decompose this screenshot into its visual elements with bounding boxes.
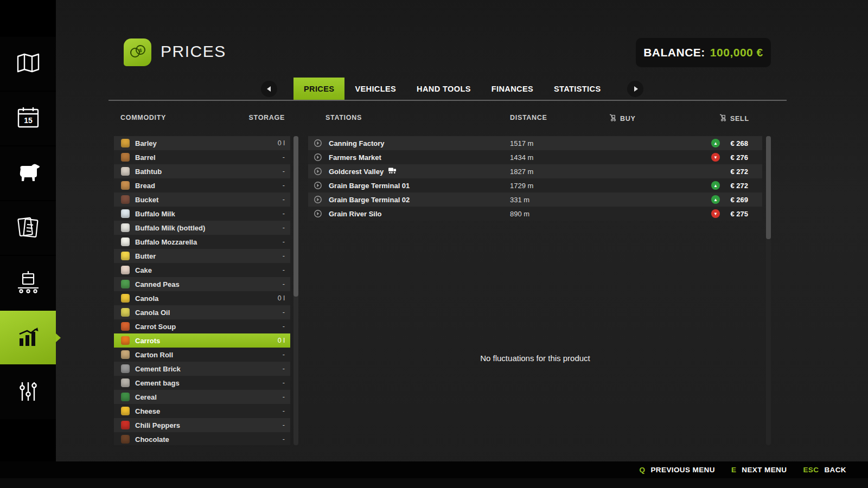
station-sell-price: € 268 xyxy=(724,139,748,147)
station-distance: 1729 m xyxy=(510,182,635,190)
commodity-row[interactable]: Cement Brick - xyxy=(114,362,290,376)
butter-icon xyxy=(121,252,130,260)
tab-hand-tools[interactable]: HAND TOOLS xyxy=(406,78,481,100)
tabs-next-button[interactable] xyxy=(627,81,643,97)
commodity-storage: 0 l xyxy=(278,139,285,147)
commodity-name: Butter xyxy=(135,252,156,260)
commodity-row[interactable]: Bread - xyxy=(114,178,290,192)
tab-bar: PRICES VEHICLES HAND TOOLS FINANCES STAT… xyxy=(261,78,643,100)
commodity-row[interactable]: Canned Peas - xyxy=(114,277,290,291)
chevron-left-icon xyxy=(267,86,271,92)
key-esc: ESC xyxy=(803,466,819,474)
svg-text:15: 15 xyxy=(24,116,33,125)
commodity-scrollbar-thumb[interactable] xyxy=(293,136,298,297)
prices-screen: 15 xyxy=(0,0,868,488)
station-sell-point-icon xyxy=(314,167,322,176)
coins-icon: $ xyxy=(129,44,146,61)
sidebar-spacer xyxy=(0,0,56,37)
carton-roll-icon xyxy=(121,350,130,359)
station-row[interactable]: Grain Barge Terminal 02 331 m ▲ € 269 xyxy=(308,192,762,207)
sidebar-item-settings[interactable] xyxy=(0,365,56,419)
commodity-row[interactable]: Canola 0 l xyxy=(114,291,290,305)
chili-peppers-icon xyxy=(121,421,130,429)
commodity-row[interactable]: Cereal - xyxy=(114,390,290,404)
commodity-row[interactable]: Cheese - xyxy=(114,404,290,418)
station-distance: 331 m xyxy=(510,196,635,204)
sell-label: SELL xyxy=(730,115,749,123)
station-sell-point-icon xyxy=(314,153,322,162)
sidebar-item-calendar[interactable]: 15 xyxy=(0,92,56,145)
station-row[interactable]: Farmers Market 1434 m ▼ € 276 xyxy=(308,150,762,164)
station-sell-price: € 272 xyxy=(724,168,748,176)
sidebar: 15 xyxy=(0,0,56,488)
commodity-row[interactable]: Cake - xyxy=(114,263,290,277)
station-row[interactable]: Canning Factory 1517 m ▲ € 268 xyxy=(308,136,762,150)
commodity-name: Cement bags xyxy=(135,379,180,387)
tab-finances[interactable]: FINANCES xyxy=(481,78,544,100)
sidebar-item-contracts[interactable] xyxy=(0,201,56,255)
station-row[interactable]: Grain Barge Terminal 01 1729 m ▲ € 272 xyxy=(308,178,762,192)
cement-brick-icon xyxy=(121,364,130,373)
shortcut-next-menu[interactable]: E NEXT MENU xyxy=(731,466,787,474)
commodity-row[interactable]: Buffalo Milk - xyxy=(114,207,290,221)
commodity-row[interactable]: Butter - xyxy=(114,249,290,263)
tab-statistics[interactable]: STATISTICS xyxy=(544,78,611,100)
sidebar-item-animals[interactable] xyxy=(0,146,56,200)
previous-menu-label: PREVIOUS MENU xyxy=(650,466,714,474)
commodity-row[interactable]: Bathtub - xyxy=(114,164,290,178)
commodity-storage: - xyxy=(283,252,285,260)
station-sell-price: € 269 xyxy=(724,196,748,204)
tab-prices[interactable]: PRICES xyxy=(293,78,344,100)
bathtub-icon xyxy=(121,167,130,176)
cake-icon xyxy=(121,266,130,274)
commodity-storage: - xyxy=(283,309,285,316)
commodity-row[interactable]: Carrot Soup - xyxy=(114,319,290,333)
balance-badge: BALANCE: 100,000 € xyxy=(636,38,771,67)
cereal-icon xyxy=(121,393,130,401)
commodity-row[interactable]: Chili Peppers - xyxy=(114,418,290,432)
station-sell-price: € 275 xyxy=(724,210,748,218)
stations-scrollbar-thumb[interactable] xyxy=(766,136,771,239)
station-sell-point-icon xyxy=(314,139,322,147)
sidebar-item-map[interactable] xyxy=(0,37,56,91)
shortcut-back[interactable]: ESC BACK xyxy=(803,466,846,474)
commodity-row[interactable]: Chocolate - xyxy=(114,432,290,445)
commodity-row[interactable]: Barley 0 l xyxy=(114,136,290,150)
sidebar-item-statistics[interactable] xyxy=(0,311,56,364)
balance-value: 100,000 € xyxy=(710,46,763,59)
commodity-list: Barley 0 l Barrel - Bathtub - Bread - Bu… xyxy=(114,136,290,445)
animals-icon xyxy=(15,162,41,185)
trend-icon: ▲ xyxy=(711,139,720,147)
commodity-row[interactable]: Buffalo Milk (bottled) - xyxy=(114,221,290,235)
commodity-row[interactable]: Barrel - xyxy=(114,150,290,164)
commodity-row[interactable]: Carrots 0 l xyxy=(114,333,290,348)
column-header-distance: DISTANCE xyxy=(510,114,547,121)
canola-oil-icon xyxy=(121,308,130,317)
station-distance: 1517 m xyxy=(510,139,635,147)
commodity-row[interactable]: Carton Roll - xyxy=(114,348,290,362)
station-sell-price: € 276 xyxy=(724,153,748,162)
production-icon xyxy=(16,270,41,296)
commodity-scrollbar[interactable] xyxy=(293,136,298,445)
stations-scrollbar[interactable] xyxy=(766,136,771,445)
commodity-row[interactable]: Cement bags - xyxy=(114,376,290,390)
station-sell-point-icon xyxy=(314,209,322,218)
commodity-row[interactable]: Bucket - xyxy=(114,192,290,207)
tab-vehicles[interactable]: VEHICLES xyxy=(344,78,406,100)
station-sell-point-icon xyxy=(314,181,322,190)
sidebar-item-production[interactable] xyxy=(0,256,56,310)
shortcut-previous-menu[interactable]: Q PREVIOUS MENU xyxy=(640,466,715,474)
prices-app-icon: $ xyxy=(124,38,151,66)
contracts-icon xyxy=(16,216,40,241)
commodity-row[interactable]: Buffalo Mozzarella - xyxy=(114,235,290,249)
station-row[interactable]: Goldcrest Valley 1827 m € 272 xyxy=(308,164,762,178)
tabs-prev-button[interactable] xyxy=(261,81,277,97)
train-icon xyxy=(388,167,397,176)
bread-icon xyxy=(121,181,130,190)
column-header-storage: STORAGE xyxy=(206,114,285,121)
station-distance: 890 m xyxy=(510,210,635,218)
station-row[interactable]: Grain River Silo 890 m ▼ € 275 xyxy=(308,207,762,221)
trend-icon: ▲ xyxy=(711,181,720,190)
commodity-row[interactable]: Canola Oil - xyxy=(114,305,290,319)
stations-list: Canning Factory 1517 m ▲ € 268 Farmers M… xyxy=(308,136,762,221)
